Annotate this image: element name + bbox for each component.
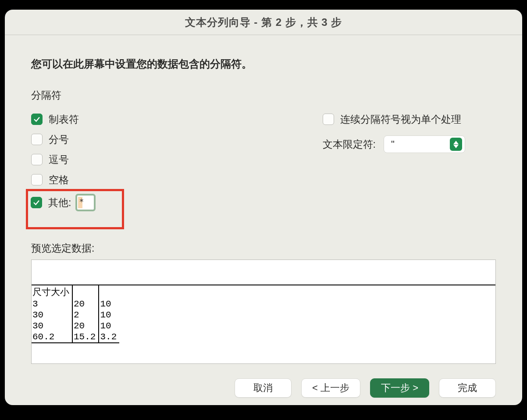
check-icon — [33, 115, 41, 123]
preview-label: 预览选定数据: — [31, 242, 496, 255]
delimiter-tab-label: 制表符 — [49, 113, 79, 126]
delimiter-space-label: 空格 — [49, 173, 69, 187]
finish-button[interactable]: 完成 — [439, 378, 496, 398]
text-qualifier-label: 文本限定符: — [323, 138, 376, 151]
back-button[interactable]: < 上一步 — [301, 378, 360, 398]
preview-cell: 尺寸大小 — [32, 285, 72, 299]
delimiter-comma-label: 逗号 — [49, 153, 69, 167]
preview-cell: 60.2 — [32, 331, 72, 343]
preview-box[interactable]: 尺寸大小320103021030201060.215.23.2 — [31, 260, 496, 364]
preview-table: 尺寸大小320103021030201060.215.23.2 — [32, 285, 119, 343]
svg-marker-0 — [453, 141, 459, 144]
consecutive-delimiters-checkbox[interactable] — [323, 114, 334, 125]
preview-cell: 2 — [72, 310, 99, 320]
preview-cell: 30 — [32, 310, 72, 320]
delimiter-other-checkbox[interactable] — [31, 197, 42, 208]
dialog-content: 您可以在此屏幕中设置您的数据包含的分隔符。 分隔符 制表符 分号 逗号 — [5, 35, 522, 371]
preview-cell: 10 — [99, 299, 119, 310]
dialog-title: 文本分列向导 - 第 2 步，共 3 步 — [5, 10, 522, 35]
check-icon — [32, 199, 40, 206]
delimiters-section-label: 分隔符 — [31, 89, 496, 102]
svg-marker-1 — [453, 145, 459, 148]
delimiter-comma-checkbox[interactable] — [31, 154, 43, 165]
delimiter-semicolon-checkbox[interactable] — [31, 134, 43, 145]
preview-cell: 15.2 — [72, 331, 99, 343]
other-highlight: 其他: * — [26, 189, 124, 229]
delimiter-other-input[interactable]: * — [75, 194, 96, 211]
button-bar: 取消 < 上一步 下一步 > 完成 — [5, 371, 522, 405]
preview-cell — [99, 285, 119, 299]
delimiter-tab-checkbox[interactable] — [31, 114, 43, 125]
consecutive-delimiters-label: 连续分隔符号视为单个处理 — [340, 113, 461, 126]
wizard-dialog: 文本分列向导 - 第 2 步，共 3 步 您可以在此屏幕中设置您的数据包含的分隔… — [5, 10, 522, 405]
cancel-button[interactable]: 取消 — [235, 378, 292, 398]
select-stepper-icon — [450, 138, 462, 151]
text-qualifier-select[interactable]: " — [384, 135, 465, 153]
delimiter-space-checkbox[interactable] — [31, 174, 43, 185]
text-qualifier-value: " — [391, 139, 395, 150]
preview-cell: 10 — [99, 320, 119, 331]
instruction-text: 您可以在此屏幕中设置您的数据包含的分隔符。 — [31, 57, 496, 71]
preview-cell — [72, 285, 99, 299]
preview-cell: 3.2 — [99, 331, 119, 343]
preview-cell: 20 — [72, 320, 99, 331]
delimiter-semicolon-label: 分号 — [49, 133, 69, 146]
preview-cell: 10 — [99, 310, 119, 320]
delimiter-other-label: 其他: — [48, 196, 71, 210]
next-button[interactable]: 下一步 > — [370, 378, 429, 398]
preview-cell: 20 — [72, 299, 99, 310]
preview-cell: 30 — [32, 320, 72, 331]
preview-cell: 3 — [32, 299, 72, 310]
